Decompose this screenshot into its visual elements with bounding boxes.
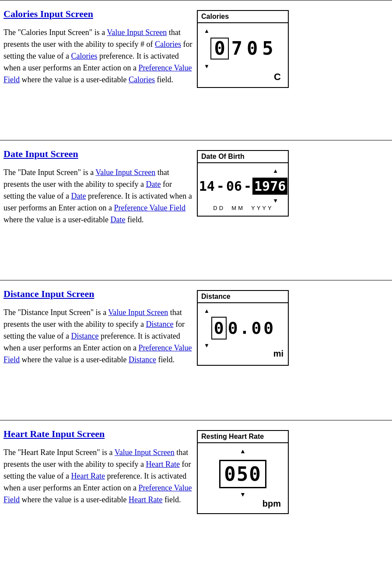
date-title[interactable]: Date Input Screen [4,148,192,160]
calories-link-5[interactable]: Calories [129,75,155,84]
date-section: Date Input Screen The "Date Input Screen… [0,140,392,280]
date-display: 14 - 06 - 1976 [198,178,288,195]
calories-digit-3[interactable]: 5 [260,38,275,59]
heartrate-widget-header: Resting Heart Rate [198,431,288,443]
distance-widget-body: ▲ 0 0 . 0 0 ▼ mi [198,303,288,365]
date-desc: The "Date Input Screen" is a Value Input… [4,167,192,226]
heartrate-display: 050 [219,460,266,488]
distance-text: Distance Input Screen The "Distance Inpu… [0,288,197,412]
distance-title[interactable]: Distance Input Screen [4,288,192,300]
heartrate-link-2[interactable]: Heart Rate [146,460,179,469]
calories-link-4[interactable]: Preference Value Field [4,63,192,84]
date-widget: Date Of Birth ▲ 14 - 06 - 1976 ▼ DD MM Y… [197,148,293,272]
heartrate-unit: bpm [201,499,284,509]
distance-arrow-up: ▲ [201,308,284,314]
distance-dec-0[interactable]: 0 [250,318,262,339]
distance-link-5[interactable]: Distance [129,355,156,364]
distance-link-2[interactable]: Distance [146,320,173,329]
calories-link-2[interactable]: Calories [155,40,181,49]
calories-section: Calories Input Screen The "Calories Inpu… [0,0,392,140]
heartrate-link-5[interactable]: Heart Rate [129,495,162,504]
distance-desc: The "Distance Input Screen" is a Value I… [4,307,192,366]
date-arrow-up: ▲ [201,168,284,174]
heartrate-desc: The "Heart Rate Input Screen" is a Value… [4,447,192,506]
heartrate-widget: Resting Heart Rate ▲ 050 ▼ bpm [197,428,293,552]
date-arrow-down: ▼ [201,197,284,204]
heartrate-arrow-down: ▼ [201,491,284,498]
distance-widget-header: Distance [198,291,288,303]
date-widget-body: ▲ 14 - 06 - 1976 ▼ DD MM YYYY [198,163,288,216]
calories-digit-0[interactable]: 0 [210,38,228,60]
calories-arrow-down-label: ▼ [201,63,284,70]
calories-desc: The "Calories Input Screen" is a Value I… [4,27,192,86]
distance-link-4[interactable]: Preference Value Field [4,343,192,364]
distance-link-1[interactable]: Value Input Screen [108,308,168,317]
calories-digit-1[interactable]: 7 [230,38,244,59]
date-link-2[interactable]: Date [146,180,161,189]
date-widget-header: Date Of Birth [198,151,288,163]
date-widget-box: Date Of Birth ▲ 14 - 06 - 1976 ▼ DD MM Y… [197,150,289,217]
calories-widget-box: Calories ▲ 0 7 0 5 ▼ C [197,10,289,88]
distance-int-0[interactable]: 0 [211,317,227,340]
heartrate-widget-body: ▲ 050 ▼ bpm [198,443,288,513]
date-day[interactable]: 14 [198,178,216,195]
heartrate-link-4[interactable]: Preference Value Field [4,483,192,504]
date-text: Date Input Screen The "Date Input Screen… [0,148,197,272]
distance-section: Distance Input Screen The "Distance Inpu… [0,280,392,420]
calories-widget-header: Calories [198,11,288,23]
date-month[interactable]: 06 [225,178,243,195]
distance-widget: Distance ▲ 0 0 . 0 0 ▼ mi [197,288,293,412]
heartrate-arrow-up: ▲ [201,448,284,455]
calories-unit: C [201,71,284,83]
distance-dec-1[interactable]: 0 [262,318,274,339]
date-link-4[interactable]: Preference Value Field [114,203,186,212]
heartrate-link-1[interactable]: Value Input Screen [115,448,175,457]
distance-int-1[interactable]: 0 [227,318,239,339]
calories-arrow-up-label: ▲ [201,28,284,34]
heartrate-value[interactable]: 050 [219,460,266,488]
calories-digit-2[interactable]: 0 [245,38,259,59]
distance-link-3[interactable]: Distance [71,332,98,340]
heartrate-widget-box: Resting Heart Rate ▲ 050 ▼ bpm [197,430,289,514]
distance-arrow-down: ▼ [201,342,284,349]
calories-widget-body: ▲ 0 7 0 5 ▼ C [198,23,288,87]
heartrate-section: Heart Rate Input Screen The "Heart Rate … [0,420,392,560]
date-link-3[interactable]: Date [71,192,86,200]
heartrate-title[interactable]: Heart Rate Input Screen [4,428,192,440]
date-year[interactable]: 1976 [252,178,287,195]
calories-text: Calories Input Screen The "Calories Inpu… [0,8,197,132]
calories-display: 0 7 0 5 [210,38,275,60]
heartrate-text: Heart Rate Input Screen The "Heart Rate … [0,428,197,552]
distance-unit: mi [273,349,284,360]
calories-link-3[interactable]: Calories [71,52,97,60]
date-link-1[interactable]: Value Input Screen [95,168,155,177]
date-link-5[interactable]: Date [111,215,126,224]
calories-title[interactable]: Calories Input Screen [4,8,192,20]
calories-link-1[interactable]: Value Input Screen [107,28,167,37]
distance-widget-box: Distance ▲ 0 0 . 0 0 ▼ mi [197,290,289,366]
date-labels: DD MM YYYY [212,205,273,211]
calories-widget: Calories ▲ 0 7 0 5 ▼ C [197,8,293,132]
distance-display: 0 0 . 0 0 [211,317,274,340]
heartrate-link-3[interactable]: Heart Rate [71,472,105,480]
